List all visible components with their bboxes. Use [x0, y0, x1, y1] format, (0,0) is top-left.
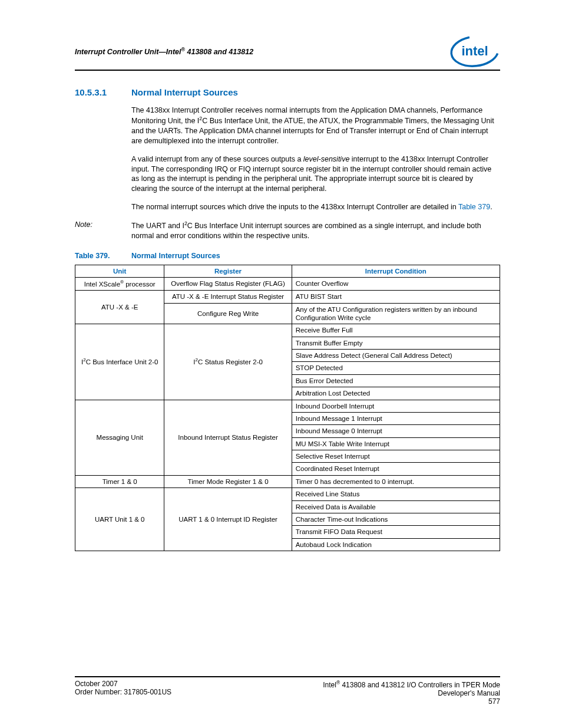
cell-unit: Intel XScale® processor — [75, 277, 164, 290]
footer-doc-title: Intel® 413808 and 413812 I/O Controllers… — [323, 680, 500, 689]
col-register: Register — [164, 265, 292, 277]
cell-cond: Timer 0 has decremented to 0 interrupt. — [292, 475, 500, 487]
paragraph-1: The 4138xx Interrupt Controller receives… — [131, 106, 500, 146]
table-row: UART Unit 1 & 0 UART 1 & 0 Interrupt ID … — [75, 488, 500, 500]
cell-cond: Transmit Buffer Empty — [292, 337, 500, 349]
cell-cond: Autobaud Lock Indication — [292, 538, 500, 551]
section-heading: 10.5.3.1 Normal Interrupt Sources — [75, 87, 500, 97]
table-row: Messaging Unit Inbound Interrupt Status … — [75, 400, 500, 412]
cell-cond: Bus Error Detected — [292, 374, 500, 387]
cell-cond: Inbound Doorbell Interrupt — [292, 400, 500, 412]
footer-page-number: 577 — [323, 697, 500, 706]
table-caption: Table 379. Normal Interrupt Sources — [75, 252, 500, 260]
header-title-suffix: 413808 and 413812 — [185, 48, 253, 56]
cell-cond: Slave Address Detect (General Call Addre… — [292, 350, 500, 362]
cell-cond: Received Line Status — [292, 488, 500, 500]
cell-cond: Inbound Message 1 Interrupt — [292, 412, 500, 424]
cell-cond: Counter Overflow — [292, 277, 500, 290]
section-title: Normal Interrupt Sources — [131, 87, 238, 97]
header-title: Interrupt Controller Unit—Intel® 413808 … — [75, 47, 253, 56]
cell-cond: Any of the ATU Configuration registers w… — [292, 303, 500, 324]
cell-cond: Coordinated Reset Interrupt — [292, 463, 500, 475]
page-header: Interrupt Controller Unit—Intel® 413808 … — [75, 34, 500, 71]
cell-cond: Transmit FIFO Data Request — [292, 526, 500, 538]
col-unit: Unit — [75, 265, 164, 277]
table-row: Intel XScale® processor Overflow Flag St… — [75, 277, 500, 290]
cell-cond: Character Time-out Indications — [292, 513, 500, 525]
cell-cond: MU MSI-X Table Write Interrupt — [292, 437, 500, 450]
cell-reg: I2C Status Register 2-0 — [164, 324, 292, 400]
paragraph-3: The normal interrupt sources which drive… — [131, 202, 500, 212]
cell-cond: Arbitration Lost Detected — [292, 387, 500, 400]
cell-reg: Inbound Interrupt Status Register — [164, 400, 292, 475]
paragraph-2: A valid interrupt from any of these sour… — [131, 154, 500, 195]
cell-cond: Received Data is Available — [292, 500, 500, 513]
footer-date: October 2007 — [75, 680, 171, 688]
footer-right: Intel® 413808 and 413812 I/O Controllers… — [323, 680, 500, 706]
cell-reg: UART 1 & 0 Interrupt ID Register — [164, 488, 292, 551]
col-condition: Interrupt Condition — [292, 265, 500, 277]
intel-logo: intel — [449, 34, 500, 68]
cell-cond: STOP Detected — [292, 362, 500, 374]
footer-doc-type: Developer's Manual — [323, 689, 500, 697]
cell-unit: Messaging Unit — [75, 400, 164, 475]
note-row: Note: The UART and I2C Bus Interface Uni… — [75, 220, 500, 241]
header-title-prefix: Interrupt Controller Unit—Intel — [75, 48, 181, 56]
svg-text:intel: intel — [461, 44, 488, 58]
table-row: Timer 1 & 0 Timer Mode Register 1 & 0 Ti… — [75, 475, 500, 487]
table-row: I2C Bus Interface Unit 2-0 I2C Status Re… — [75, 324, 500, 337]
interrupt-sources-table: Unit Register Interrupt Condition Intel … — [75, 265, 500, 551]
cell-unit: I2C Bus Interface Unit 2-0 — [75, 324, 164, 400]
table-number: Table 379. — [75, 252, 131, 260]
cell-cond: Receive Buffer Full — [292, 324, 500, 337]
cell-unit: Timer 1 & 0 — [75, 475, 164, 487]
page-footer: October 2007 Order Number: 317805-001US … — [75, 676, 500, 706]
cell-unit: ATU -X & -E — [75, 291, 164, 324]
cell-reg: Configure Reg Write — [164, 303, 292, 324]
note-label: Note: — [75, 220, 131, 241]
section-number: 10.5.3.1 — [75, 87, 131, 97]
cell-reg: Overflow Flag Status Register (FLAG) — [164, 277, 292, 290]
cell-reg: ATU -X & -E Interrupt Status Register — [164, 291, 292, 303]
footer-left: October 2007 Order Number: 317805-001US — [75, 680, 171, 706]
table-header-row: Unit Register Interrupt Condition — [75, 265, 500, 277]
table-ref-link[interactable]: Table 379 — [458, 203, 490, 211]
table-title: Normal Interrupt Sources — [131, 252, 220, 260]
cell-reg: Timer Mode Register 1 & 0 — [164, 475, 292, 487]
cell-cond: ATU BIST Start — [292, 291, 500, 303]
cell-cond: Selective Reset Interrupt — [292, 450, 500, 463]
cell-unit: UART Unit 1 & 0 — [75, 488, 164, 551]
table-row: ATU -X & -E ATU -X & -E Interrupt Status… — [75, 291, 500, 303]
cell-cond: Inbound Message 0 Interrupt — [292, 425, 500, 437]
footer-order-number: Order Number: 317805-001US — [75, 688, 171, 696]
note-body: The UART and I2C Bus Interface Unit inte… — [131, 220, 500, 241]
